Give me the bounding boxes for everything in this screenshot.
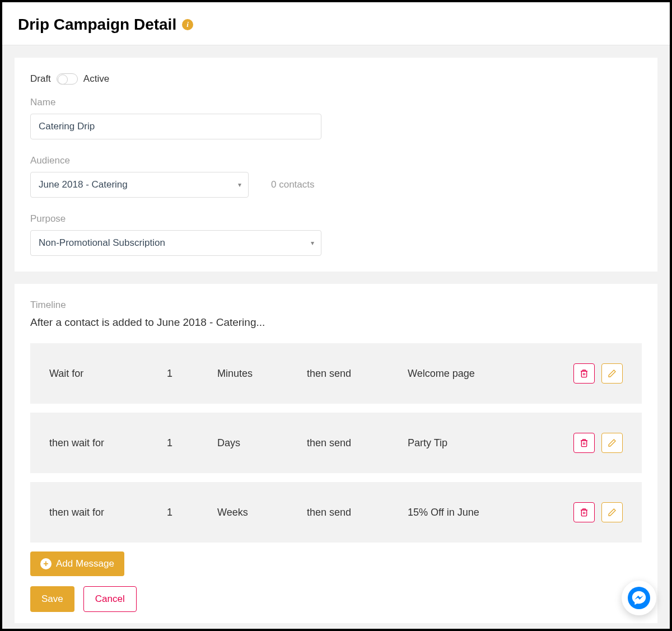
purpose-label: Purpose <box>30 213 642 225</box>
trash-icon <box>580 438 589 447</box>
status-draft-label: Draft <box>30 73 51 85</box>
purpose-select-value: Non-Promotional Subscription <box>39 237 165 248</box>
delete-button[interactable] <box>573 363 595 384</box>
messenger-icon <box>628 587 650 609</box>
page-name: Party Tip <box>408 437 536 449</box>
pencil-icon <box>608 369 617 378</box>
wait-unit: Days <box>217 437 307 449</box>
pencil-icon <box>608 508 617 517</box>
row-actions <box>536 502 623 522</box>
plus-circle-icon: + <box>40 558 52 569</box>
audience-label: Audience <box>30 155 642 166</box>
then-label: then send <box>307 368 408 380</box>
audience-select[interactable]: June 2018 - Catering ▾ <box>30 172 249 198</box>
edit-button[interactable] <box>601 433 623 453</box>
purpose-select[interactable]: Non-Promotional Subscription ▾ <box>30 230 321 256</box>
audience-row: June 2018 - Catering ▾ 0 contacts <box>30 172 642 198</box>
audience-select-value: June 2018 - Catering <box>39 179 128 190</box>
status-toggle[interactable] <box>57 73 78 85</box>
pencil-icon <box>608 438 617 447</box>
chevron-down-icon: ▾ <box>311 239 314 247</box>
messenger-fab[interactable] <box>622 581 656 615</box>
row-actions <box>536 363 623 384</box>
page-header: Drip Campaign Detail i <box>2 2 670 45</box>
wait-unit: Weeks <box>217 507 307 518</box>
wait-count: 1 <box>167 437 217 449</box>
status-toggle-row: Draft Active <box>30 73 642 85</box>
edit-button[interactable] <box>601 363 623 384</box>
wait-label: Wait for <box>49 368 167 380</box>
then-label: then send <box>307 507 408 518</box>
timeline-row: then wait for 1 Weeks then send 15% Off … <box>30 482 642 543</box>
wait-count: 1 <box>167 507 217 518</box>
wait-unit: Minutes <box>217 368 307 380</box>
then-label: then send <box>307 437 408 449</box>
delete-button[interactable] <box>573 433 595 453</box>
campaign-settings-card: Draft Active Name Catering Drip Audience… <box>15 58 657 272</box>
name-label: Name <box>30 97 642 108</box>
add-message-button[interactable]: + Add Message <box>30 551 124 576</box>
contacts-count: 0 contacts <box>271 179 315 190</box>
wait-label: then wait for <box>49 507 167 518</box>
add-message-label: Add Message <box>56 558 114 569</box>
info-icon[interactable]: i <box>182 19 193 30</box>
delete-button[interactable] <box>573 502 595 522</box>
wait-count: 1 <box>167 368 217 380</box>
svg-point-0 <box>628 587 650 609</box>
chevron-down-icon: ▾ <box>238 181 241 189</box>
trash-icon <box>580 508 589 517</box>
timeline-note: After a contact is added to June 2018 - … <box>30 316 642 329</box>
save-button[interactable]: Save <box>30 586 74 612</box>
cancel-button[interactable]: Cancel <box>83 586 137 612</box>
wait-label: then wait for <box>49 437 167 449</box>
trash-icon <box>580 369 589 378</box>
row-actions <box>536 433 623 453</box>
page-name: Welcome page <box>408 368 536 380</box>
timeline-label: Timeline <box>30 300 642 311</box>
timeline-row: then wait for 1 Days then send Party Tip <box>30 413 642 473</box>
page-title: Drip Campaign Detail <box>18 16 176 34</box>
timeline-row: Wait for 1 Minutes then send Welcome pag… <box>30 343 642 404</box>
edit-button[interactable] <box>601 502 623 522</box>
status-active-label: Active <box>83 73 109 85</box>
page-name: 15% Off in June <box>408 507 536 518</box>
footer-buttons: Save Cancel <box>30 586 642 612</box>
timeline-card: Timeline After a contact is added to Jun… <box>15 284 657 623</box>
name-input[interactable]: Catering Drip <box>30 114 321 139</box>
page-body: Draft Active Name Catering Drip Audience… <box>2 45 670 631</box>
